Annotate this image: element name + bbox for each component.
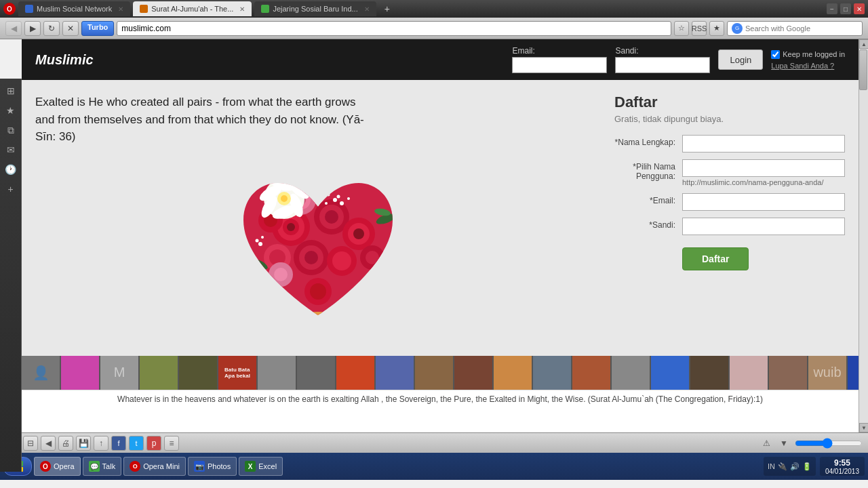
taskbar: O Opera 💬 Talk O Opera Mini 📷 Photos X E…: [0, 453, 868, 480]
member-thumb: wuib: [808, 356, 846, 390]
svg-point-41: [337, 195, 340, 198]
member-thumb: Batu BataApa bekal: [218, 356, 256, 390]
tab-jejaring[interactable]: Jejaring Sosial Baru Ind... ✕: [254, 1, 376, 16]
more-btn[interactable]: ≡: [164, 436, 179, 451]
close-button[interactable]: ✕: [854, 3, 865, 14]
facebook-btn[interactable]: f: [111, 436, 126, 451]
email-input[interactable]: [512, 57, 607, 73]
member-thumb: [454, 356, 492, 390]
svg-point-50: [291, 312, 345, 332]
taskbar-operamini-label: Opera Mini: [143, 462, 180, 470]
fullname-label: *Nama Lengkap:: [614, 135, 682, 147]
talk-icon: 💬: [89, 461, 100, 472]
turbo-button[interactable]: Turbo: [81, 21, 114, 36]
mail-icon[interactable]: ✉: [2, 141, 20, 159]
taskbar-operamini[interactable]: O Opera Mini: [123, 457, 186, 476]
print-btn[interactable]: 🖨: [58, 436, 73, 451]
tab-close[interactable]: ✕: [239, 5, 245, 13]
reg-password-input[interactable]: [682, 218, 845, 235]
password-row: *Sandi:: [614, 218, 845, 235]
reload-button[interactable]: ↻: [43, 21, 60, 36]
volume-icon: 🔊: [790, 462, 800, 471]
minimize-button[interactable]: −: [827, 3, 837, 14]
left-content: Exalted is He who created all pairs - fr…: [35, 94, 601, 342]
svg-point-40: [325, 202, 328, 205]
page-content: Exalted is He who created all pairs - fr…: [22, 80, 859, 356]
daftar-button[interactable]: Daftar: [682, 247, 749, 270]
stop-button[interactable]: ✕: [62, 21, 79, 36]
right-content: Daftar Gratis, tidak dipungut biaya. *Na…: [614, 94, 845, 342]
scroll-down-icon: ▼: [777, 436, 791, 450]
opera-mini-icon: O: [130, 461, 140, 472]
pocket-btn[interactable]: p: [146, 436, 161, 451]
fullname-input[interactable]: [682, 135, 845, 152]
side-toolbar: ⊞ ★ ⧉ ✉ 🕐 +: [0, 79, 22, 472]
favorites-icon[interactable]: ★: [709, 21, 724, 36]
taskbar-opera[interactable]: O Opera: [34, 457, 81, 476]
login-button[interactable]: Login: [718, 49, 763, 70]
member-thumb: [769, 356, 807, 390]
nav-bar: ◀ ▶ ↻ ✕ Turbo ☆ RSS ★ G: [0, 18, 868, 39]
svg-point-12: [304, 251, 318, 264]
remember-me: Keep me logged in: [771, 50, 845, 59]
title-bar: O Muslim Social Network ✕ Surat Al-Jumu'…: [0, 0, 868, 18]
clock[interactable]: 9:55 04/01/2013: [820, 457, 865, 476]
tab-muslim-social[interactable]: Muslim Social Network ✕: [18, 1, 130, 16]
tab-favicon: [140, 5, 148, 13]
bookmark-star-icon[interactable]: ☆: [674, 21, 689, 36]
scrollbar-track[interactable]: [859, 49, 868, 423]
taskbar-excel[interactable]: X Excel: [239, 457, 283, 476]
svg-point-27: [274, 268, 288, 281]
tray-icons: IN 🔌 🔊 🔋: [764, 457, 816, 476]
share-btn[interactable]: ↑: [94, 436, 108, 451]
remember-checkbox[interactable]: [771, 50, 780, 59]
rss-icon[interactable]: RSS: [692, 21, 707, 36]
password-input[interactable]: [615, 57, 710, 73]
taskbar-talk-label: Talk: [102, 462, 116, 470]
scrollbar-thumb[interactable]: [859, 49, 867, 90]
twitter-btn[interactable]: t: [129, 436, 144, 451]
reg-email-input-wrap: [682, 193, 845, 211]
heart-svg: [223, 159, 413, 342]
member-thumb: [61, 356, 99, 390]
forward-button[interactable]: ▶: [24, 21, 41, 36]
reg-email-input[interactable]: [682, 193, 845, 211]
address-bar[interactable]: [117, 21, 671, 36]
back-button[interactable]: ◀: [5, 21, 22, 36]
scrollbar-down[interactable]: ▼: [859, 423, 868, 432]
taskbar-photos[interactable]: 📷 Photos: [188, 457, 237, 476]
forgot-password-link[interactable]: Lupa Sandi Anda ?: [771, 62, 845, 70]
scrollbar[interactable]: ▲ ▼: [859, 39, 868, 432]
tabs-icon[interactable]: ⧉: [2, 121, 20, 139]
taskbar-talk[interactable]: 💬 Talk: [83, 457, 122, 476]
svg-point-43: [347, 197, 350, 200]
remember-label: Keep me logged in: [783, 50, 845, 58]
daftar-title: Daftar: [614, 94, 845, 111]
back-btn2[interactable]: ◀: [41, 436, 56, 451]
tab-surat[interactable]: Surat Al-Jumu'ah - The... ✕: [133, 1, 252, 16]
new-tab-btn[interactable]: +: [379, 1, 395, 16]
member-thumb: [415, 356, 453, 390]
battery-icon: 🔋: [802, 462, 812, 471]
search-input[interactable]: [745, 24, 840, 33]
scrollbar-up[interactable]: ▲: [859, 39, 868, 49]
search-bar: G: [727, 21, 863, 36]
email-label: Email:: [512, 46, 607, 56]
history-icon[interactable]: 🕐: [2, 161, 20, 178]
panel-btn[interactable]: ⊟: [23, 436, 38, 451]
username-input[interactable]: [682, 159, 845, 177]
save-btn[interactable]: 💾: [76, 436, 91, 451]
tab-close[interactable]: ✕: [364, 5, 370, 13]
tab-close[interactable]: ✕: [118, 5, 123, 13]
site-logo: Muslimic: [35, 52, 94, 68]
maximize-button[interactable]: □: [840, 3, 851, 14]
keyboard-layout-indicator: IN: [768, 462, 775, 470]
speeddial-icon[interactable]: ⊞: [2, 82, 20, 100]
opera-logo: O: [3, 3, 16, 15]
site-header: Muslimic Email: Sandi: Login: [22, 39, 859, 80]
tab-label: Surat Al-Jumu'ah - The...: [151, 5, 233, 13]
add-icon[interactable]: +: [2, 180, 20, 198]
bookmarks-icon[interactable]: ★: [2, 102, 20, 119]
zoom-slider[interactable]: [795, 439, 863, 448]
tab-favicon: [25, 5, 33, 13]
